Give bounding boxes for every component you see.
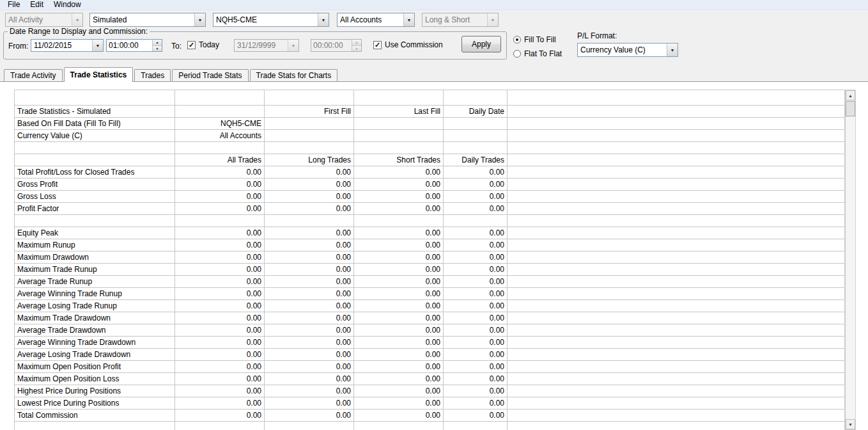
stat-value-cell xyxy=(508,106,845,118)
mode-select[interactable]: Simulated ▼ xyxy=(89,13,206,27)
stat-value-cell: 0.00 xyxy=(444,288,508,300)
stat-value-cell: 0.00 xyxy=(444,179,508,191)
from-date-picker[interactable]: 11/02/2015 ▼ xyxy=(31,39,104,52)
stat-value-cell: 0.00 xyxy=(265,373,354,385)
stat-value-cell: 0.00 xyxy=(265,227,354,239)
fill-to-fill-radio[interactable]: Fill To Fill xyxy=(513,35,556,44)
stat-label-cell: Average Losing Trade Drawdown xyxy=(15,349,175,361)
chevron-down-icon[interactable]: ▼ xyxy=(667,44,678,56)
table-row: Gross Profit0.000.000.000.00 xyxy=(15,179,845,191)
stat-label-cell: Trade Statistics - Simulated xyxy=(15,106,175,118)
stat-value-cell: 0.00 xyxy=(354,337,444,349)
stat-value-cell xyxy=(354,142,444,154)
menu-item-file[interactable]: File xyxy=(3,0,25,10)
spinner-buttons: ▲ ▼ xyxy=(352,40,361,51)
pl-format-select[interactable]: Currency Value (C) ▼ xyxy=(577,43,678,57)
stat-value-cell: 0.00 xyxy=(444,349,508,361)
from-time-value: 01:00:00 xyxy=(107,40,152,51)
stat-value-cell: 0.00 xyxy=(265,361,354,373)
chevron-down-icon[interactable]: ▼ xyxy=(194,13,205,26)
tab-strip: Trade ActivityTrade StatisticsTradesPeri… xyxy=(0,67,868,82)
stat-label-cell: Gross Loss xyxy=(15,191,175,203)
apply-button[interactable]: Apply xyxy=(461,36,501,52)
use-commission-checkbox[interactable]: ✓ Use Commission xyxy=(373,40,443,49)
stat-value-cell xyxy=(508,288,845,300)
stat-value-cell xyxy=(508,215,845,227)
chevron-down-icon[interactable]: ▼ xyxy=(403,13,414,26)
table-row: Trade Statistics - SimulatedFirst FillLa… xyxy=(15,106,845,118)
tab-trade-statistics[interactable]: Trade Statistics xyxy=(64,67,134,82)
stat-value-cell: 0.00 xyxy=(265,191,354,203)
stat-value-cell: 0.00 xyxy=(265,410,354,422)
flat-to-flat-radio[interactable]: Flat To Flat xyxy=(513,49,562,58)
stat-label-cell: Based On Fill Data (Fill To Fill) xyxy=(15,118,175,130)
table-row: Based On Fill Data (Fill To Fill)NQH5-CM… xyxy=(15,118,845,130)
accounts-select-value: All Accounts xyxy=(337,13,403,26)
symbol-select[interactable]: NQH5-CME ▼ xyxy=(213,13,329,27)
stat-value-cell xyxy=(354,130,444,142)
stat-value-cell: 0.00 xyxy=(175,166,265,179)
spin-up-icon[interactable]: ▲ xyxy=(153,40,162,45)
fill-to-fill-label: Fill To Fill xyxy=(524,35,556,44)
scroll-down-icon[interactable]: ▼ xyxy=(846,419,855,429)
table-row: Average Winning Trade Runup0.000.000.000… xyxy=(15,288,845,300)
stat-value-cell: First Fill xyxy=(265,106,354,118)
chevron-down-icon: ▼ xyxy=(72,13,82,26)
stat-value-cell: 0.00 xyxy=(265,203,354,215)
stat-value-cell: 0.00 xyxy=(175,337,265,349)
stat-value-cell: 0.00 xyxy=(354,251,444,264)
stat-value-cell: 0.00 xyxy=(265,239,354,251)
spin-down-icon[interactable]: ▼ xyxy=(153,45,162,52)
radio-unselected-icon xyxy=(513,50,521,58)
chevron-down-icon[interactable]: ▼ xyxy=(318,13,329,26)
stat-value-cell xyxy=(508,251,845,264)
stat-value-cell: 0.00 xyxy=(265,349,354,361)
stat-value-cell: 0.00 xyxy=(265,276,354,288)
stat-value-cell: 0.00 xyxy=(444,397,508,410)
stat-label-cell: Average Winning Trade Runup xyxy=(15,288,175,300)
stat-value-cell: 0.00 xyxy=(354,191,444,203)
stat-value-cell: 0.00 xyxy=(354,276,444,288)
stat-label-cell: Maximum Open Position Profit xyxy=(15,361,175,373)
scrollbar-track[interactable] xyxy=(846,100,855,419)
stat-label-cell: Total Profit/Loss for Closed Trades xyxy=(15,166,175,179)
table-row: Average Winning Trade Drawdown0.000.000.… xyxy=(15,337,845,349)
checkbox-check-icon: ✓ xyxy=(187,41,196,49)
spin-down-icon: ▼ xyxy=(352,45,361,52)
stat-value-cell: Daily Trades xyxy=(444,154,508,166)
menu-item-edit[interactable]: Edit xyxy=(25,0,49,10)
stat-value-cell: 0.00 xyxy=(175,397,265,410)
tab-trade-activity[interactable]: Trade Activity xyxy=(4,69,63,81)
table-row: Total Profit/Loss for Closed Trades0.000… xyxy=(15,166,845,179)
stat-value-cell: 0.00 xyxy=(444,264,508,276)
chevron-down-icon[interactable]: ▼ xyxy=(92,40,103,51)
tab-trade-stats-for-charts[interactable]: Trade Stats for Charts xyxy=(250,69,338,81)
vertical-scrollbar[interactable]: ▲ ▼ xyxy=(845,90,856,430)
radio-selected-icon xyxy=(513,36,521,44)
stat-value-cell xyxy=(354,90,444,106)
accounts-select[interactable]: All Accounts ▼ xyxy=(337,13,415,27)
from-label: From: xyxy=(8,42,28,51)
table-row: Maximum Drawdown0.000.000.000.00 xyxy=(15,251,845,264)
stat-value-cell: 0.00 xyxy=(444,312,508,324)
table-row: Average Losing Trade Drawdown0.000.000.0… xyxy=(15,349,845,361)
stat-label-cell xyxy=(15,154,175,166)
table-row: Maximum Open Position Profit0.000.000.00… xyxy=(15,361,845,373)
tab-period-trade-stats[interactable]: Period Trade Stats xyxy=(172,69,248,81)
stat-value-cell: 0.00 xyxy=(354,361,444,373)
stat-label-cell: Total Commission xyxy=(15,410,175,422)
stat-value-cell: 0.00 xyxy=(354,300,444,312)
scroll-up-icon[interactable]: ▲ xyxy=(846,90,855,100)
today-checkbox[interactable]: ✓ Today xyxy=(187,40,219,49)
stat-value-cell xyxy=(444,90,508,106)
stat-label-cell: Maximum Runup xyxy=(15,239,175,251)
scrollbar-thumb[interactable] xyxy=(846,101,855,116)
stat-value-cell: 0.00 xyxy=(354,312,444,324)
stat-value-cell: 0.00 xyxy=(175,385,265,397)
from-time-spinner[interactable]: 01:00:00 ▲ ▼ xyxy=(106,39,162,52)
pl-format-value: Currency Value (C) xyxy=(578,44,667,56)
stat-value-cell xyxy=(175,106,265,118)
tab-trades[interactable]: Trades xyxy=(134,69,171,81)
table-row: Maximum Runup0.000.000.000.00 xyxy=(15,239,845,251)
menu-item-window[interactable]: Window xyxy=(49,0,86,10)
